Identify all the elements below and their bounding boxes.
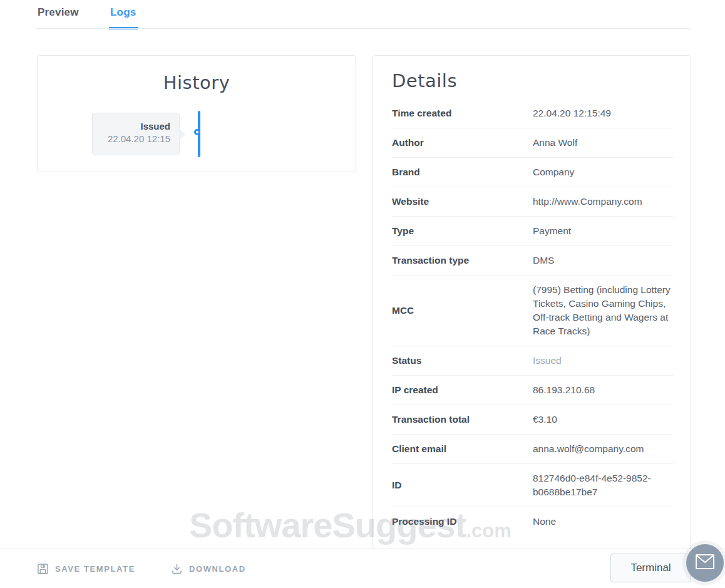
detail-value: Anna Wolf — [533, 136, 673, 150]
detail-row: Transaction total €3.10 — [392, 405, 673, 435]
terminal-button[interactable]: Terminal — [610, 554, 691, 582]
detail-row: Transaction type DMS — [392, 246, 673, 276]
event-timestamp: 22.04.20 12:15 — [99, 133, 170, 144]
detail-value: Payment — [533, 224, 673, 238]
detail-row: Time created 22.04.20 12:15:49 — [392, 99, 673, 128]
download-button[interactable]: DOWNLOAD — [171, 563, 246, 575]
detail-label: Client email — [392, 442, 533, 456]
detail-value: 22.04.20 12:15:49 — [533, 106, 673, 120]
footer-bar: SAVE TEMPLATE DOWNLOAD Terminal — [0, 549, 725, 588]
detail-value: 86.193.210.68 — [533, 383, 673, 397]
detail-row: MCC (7995) Betting (including Lottery Ti… — [392, 276, 673, 346]
detail-label: Time created — [392, 106, 533, 120]
detail-row: Type Payment — [392, 217, 673, 246]
download-icon — [171, 563, 183, 575]
detail-label: Brand — [392, 165, 533, 179]
tab-bar: Preview Logs — [0, 0, 725, 29]
detail-value: None — [533, 515, 673, 529]
event-status: Issued — [99, 121, 170, 132]
tab-logs-label: Logs — [110, 6, 136, 18]
detail-label: Website — [392, 195, 533, 209]
timeline-event-dot[interactable] — [194, 129, 200, 135]
detail-label: Transaction type — [392, 254, 533, 267]
detail-row: Website http://www.Company.com — [392, 187, 673, 217]
timeline-event-tooltip: Issued 22.04.20 12:15 — [92, 113, 180, 155]
detail-row: Processing ID None — [392, 507, 673, 536]
save-icon — [37, 563, 49, 575]
mail-chat-button[interactable] — [686, 544, 724, 582]
detail-value: http://www.Company.com — [533, 195, 673, 209]
save-template-button[interactable]: SAVE TEMPLATE — [37, 563, 135, 575]
detail-label: Transaction total — [392, 413, 533, 426]
detail-value: (7995) Betting (including Lottery Ticket… — [533, 283, 673, 338]
detail-label: ID — [392, 478, 533, 492]
tab-logs[interactable]: Logs — [110, 6, 136, 19]
detail-label: Processing ID — [392, 515, 533, 529]
detail-value: Issued — [533, 354, 673, 368]
detail-value: €3.10 — [533, 413, 673, 426]
detail-row: Status Issued — [392, 346, 673, 376]
history-title: History — [38, 72, 356, 93]
detail-value: 812746d0-e84f-4e52-9852-b0688be17be7 — [533, 472, 673, 499]
tooltip-arrow — [179, 128, 185, 141]
detail-value: DMS — [533, 254, 673, 267]
detail-label: IP created — [392, 383, 533, 397]
detail-row: Client email anna.wolf@company.com — [392, 435, 673, 464]
detail-row: IP created 86.193.210.68 — [392, 376, 673, 405]
detail-label: Status — [392, 354, 533, 368]
detail-label: MCC — [392, 304, 533, 317]
footer-actions: SAVE TEMPLATE DOWNLOAD — [37, 549, 246, 588]
details-row-list: Time created 22.04.20 12:15:49 Author An… — [392, 99, 673, 536]
detail-row: ID 812746d0-e84f-4e52-9852-b0688be17be7 — [392, 464, 673, 507]
detail-value: anna.wolf@company.com — [533, 442, 673, 456]
envelope-icon — [695, 554, 715, 572]
tabbar-divider — [36, 28, 691, 29]
history-card: History Issued 22.04.20 12:15 — [37, 55, 356, 172]
tab-preview[interactable]: Preview — [38, 6, 79, 19]
details-title: Details — [392, 70, 673, 91]
detail-row: Brand Company — [392, 158, 673, 187]
detail-row: Author Anna Wolf — [392, 128, 673, 158]
detail-value: Company — [533, 165, 673, 179]
detail-label: Author — [392, 136, 533, 150]
detail-label: Type — [392, 224, 533, 238]
details-card: Details Time created 22.04.20 12:15:49 A… — [373, 55, 691, 588]
download-label: DOWNLOAD — [189, 564, 246, 574]
save-template-label: SAVE TEMPLATE — [55, 564, 135, 574]
